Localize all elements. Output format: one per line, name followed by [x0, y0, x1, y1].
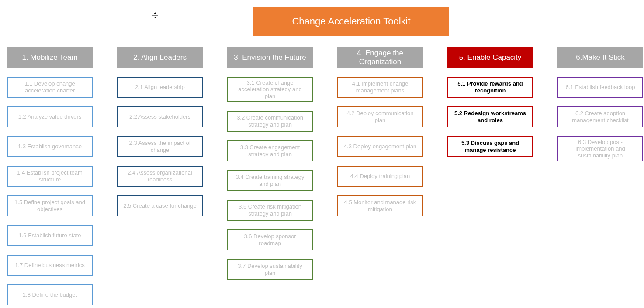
column-header: 2. Align Leaders	[117, 47, 203, 68]
column-items: 6.1 Establish feedback loop 6.2 Create a…	[557, 77, 643, 161]
task-box: 3.5 Create risk mitigation strategy and …	[227, 200, 313, 221]
column-engage-organization: 4. Engage the Organization 4.1 Implement…	[337, 47, 423, 305]
task-box: 2.3 Assess the impact of change	[117, 136, 203, 157]
task-box: 6.3 Develop post-implementation and sust…	[557, 136, 643, 161]
column-header: 6.Make It Stick	[557, 47, 643, 68]
task-box: 3.2 Create communication strategy and pl…	[227, 111, 313, 132]
task-box: 2.2 Assess stakeholders	[117, 106, 203, 127]
task-box: 4.1 Implement change management plans	[337, 77, 423, 98]
task-box: 2.4 Assess organizational readiness	[117, 166, 203, 187]
task-box: 5.1 Provide rewards and recognition	[447, 77, 533, 98]
column-header: 5. Enable Capacity	[447, 47, 533, 68]
task-box: 1.7 Define business metrics	[7, 255, 93, 276]
task-box: 3.3 Create engagement strategy and plan	[227, 140, 313, 161]
column-enable-capacity: 5. Enable Capacity 5.1 Provide rewards a…	[447, 47, 533, 305]
task-box: 2.5 Create a case for change	[117, 195, 203, 216]
task-box: 1.6 Establish future state	[7, 225, 93, 246]
task-box: 1.5 Define project goals and objectives	[7, 195, 93, 216]
diagram-title: Change Acceleration Toolkit	[253, 7, 449, 36]
task-box: 1.2 Analyze value drivers	[7, 106, 93, 127]
columns-container: 1. Mobilize Team 1.1 Develop change acce…	[7, 47, 643, 305]
task-box: 1.8 Define the budget	[7, 284, 93, 305]
task-box: 6.1 Establish feedback loop	[557, 77, 643, 98]
task-box: 3.1 Create change acceleration strategy …	[227, 77, 313, 102]
column-items: 5.1 Provide rewards and recognition 5.2 …	[447, 77, 533, 157]
task-box: 1.1 Develop change acceleration charter	[7, 77, 93, 98]
task-box: 1.3 Establish governance	[7, 136, 93, 157]
row-resize-icon	[151, 12, 159, 18]
task-box: 3.6 Develop sponsor roadmap	[227, 229, 313, 250]
task-box: 4.2 Deploy communication plan	[337, 106, 423, 127]
column-align-leaders: 2. Align Leaders 2.1 Align leadership 2.…	[117, 47, 203, 305]
column-mobilize-team: 1. Mobilize Team 1.1 Develop change acce…	[7, 47, 93, 305]
column-header: 3. Envision the Future	[227, 47, 313, 68]
task-box: 4.4 Deploy training plan	[337, 166, 423, 187]
task-box: 2.1 Align leadership	[117, 77, 203, 98]
column-items: 1.1 Develop change acceleration charter …	[7, 77, 93, 305]
task-box: 3.7 Develop sustainability plan	[227, 259, 313, 280]
column-items: 2.1 Align leadership 2.2 Assess stakehol…	[117, 77, 203, 216]
task-box: 4.3 Deploy engagement plan	[337, 136, 423, 157]
column-header: 1. Mobilize Team	[7, 47, 93, 68]
task-box: 6.2 Create adoption management checklist	[557, 106, 643, 127]
task-box: 3.4 Create training strategy and plan	[227, 170, 313, 191]
column-items: 3.1 Create change acceleration strategy …	[227, 77, 313, 280]
task-box: 5.2 Redesign workstreams and roles	[447, 106, 533, 127]
task-box: 5.3 Discuss gaps and manage resistance	[447, 136, 533, 157]
column-header: 4. Engage the Organization	[337, 47, 423, 68]
column-envision-future: 3. Envision the Future 3.1 Create change…	[227, 47, 313, 305]
task-box: 1.4 Establish project team structure	[7, 166, 93, 187]
task-box: 4.5 Monitor and manage risk mitigation	[337, 195, 423, 216]
column-items: 4.1 Implement change management plans 4.…	[337, 77, 423, 216]
column-make-it-stick: 6.Make It Stick 6.1 Establish feedback l…	[557, 47, 643, 305]
